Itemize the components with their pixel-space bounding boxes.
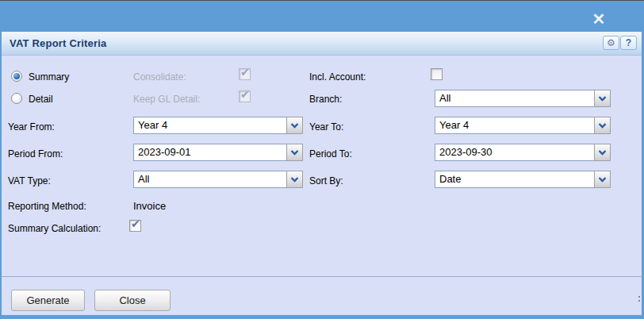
window-border-bottom — [0, 315, 644, 319]
branch-select[interactable]: All — [435, 90, 611, 107]
period-to-select-value: 2023-09-30 — [439, 144, 592, 160]
period-from-select-value: 2023-09-01 — [138, 144, 284, 160]
close-button[interactable]: Close — [94, 290, 171, 311]
incl-account-checkbox[interactable] — [431, 68, 443, 80]
criteria-form: Summary Detail Consolidate: ✔ Keep GL De… — [2, 56, 642, 277]
branch-select-value: All — [439, 90, 592, 106]
chevron-down-icon[interactable] — [594, 117, 611, 134]
year-from-label: Year From: — [8, 121, 55, 133]
sort-by-label: Sort By: — [309, 175, 343, 186]
vat-type-select-value: All — [138, 171, 284, 186]
resize-grip[interactable] — [638, 294, 641, 305]
summary-calculation-label: Summary Calculation: — [8, 223, 101, 234]
check-icon: ✔ — [131, 217, 140, 230]
chevron-down-icon[interactable] — [286, 171, 303, 188]
close-icon[interactable]: ✕ — [588, 10, 609, 29]
period-to-select[interactable]: 2023-09-30 — [435, 144, 611, 161]
branch-label: Branch: — [309, 94, 342, 105]
consolidate-checkbox: ✔ — [239, 68, 251, 80]
settings-gear-icon[interactable]: ⚙ — [603, 36, 619, 50]
summary-calculation-checkbox[interactable]: ✔ — [129, 220, 141, 232]
reporting-method-value: Invoice — [133, 200, 166, 212]
chevron-down-icon[interactable] — [594, 144, 611, 161]
summary-radio-label: Summary — [29, 71, 69, 83]
year-to-label: Year To: — [309, 121, 343, 133]
sort-by-select[interactable]: Date — [435, 171, 611, 188]
chevron-down-icon[interactable] — [286, 117, 303, 134]
reporting-method-label: Reporting Method: — [8, 201, 86, 212]
generate-button[interactable]: Generate — [11, 290, 85, 311]
help-icon[interactable]: ? — [620, 36, 637, 50]
year-from-select[interactable]: Year 4 — [133, 117, 303, 134]
summary-radio[interactable] — [11, 71, 22, 82]
dialog-header: VAT Report Criteria ⚙ ? — [2, 32, 642, 56]
detail-radio-label: Detail — [29, 94, 53, 105]
check-icon: ✔ — [240, 66, 250, 79]
vat-report-dialog-window: ✕ VAT Report Criteria ⚙ ? Summary Detail… — [0, 0, 644, 319]
check-icon: ✔ — [240, 88, 250, 101]
consolidate-label: Consolidate: — [133, 71, 186, 83]
chevron-down-icon[interactable] — [286, 144, 303, 161]
year-to-select-value: Year 4 — [439, 117, 592, 133]
keep-gl-detail-checkbox: ✔ — [239, 90, 251, 102]
year-from-select-value: Year 4 — [138, 117, 284, 133]
chevron-down-icon[interactable] — [594, 171, 611, 188]
detail-radio[interactable] — [11, 93, 22, 104]
period-from-label: Period From: — [8, 148, 63, 160]
dialog-title: VAT Report Criteria — [10, 37, 107, 49]
period-to-label: Period To: — [309, 148, 352, 160]
year-to-select[interactable]: Year 4 — [435, 117, 611, 134]
incl-account-label: Incl. Account: — [309, 71, 366, 83]
sort-by-select-value: Date — [439, 171, 592, 186]
vat-type-select[interactable]: All — [133, 171, 303, 188]
keep-gl-detail-label: Keep GL Detail: — [133, 94, 200, 105]
period-from-select[interactable]: 2023-09-01 — [133, 144, 303, 161]
window-titlebar — [0, 0, 644, 32]
vat-type-label: VAT Type: — [8, 175, 51, 186]
chevron-down-icon[interactable] — [594, 90, 611, 107]
